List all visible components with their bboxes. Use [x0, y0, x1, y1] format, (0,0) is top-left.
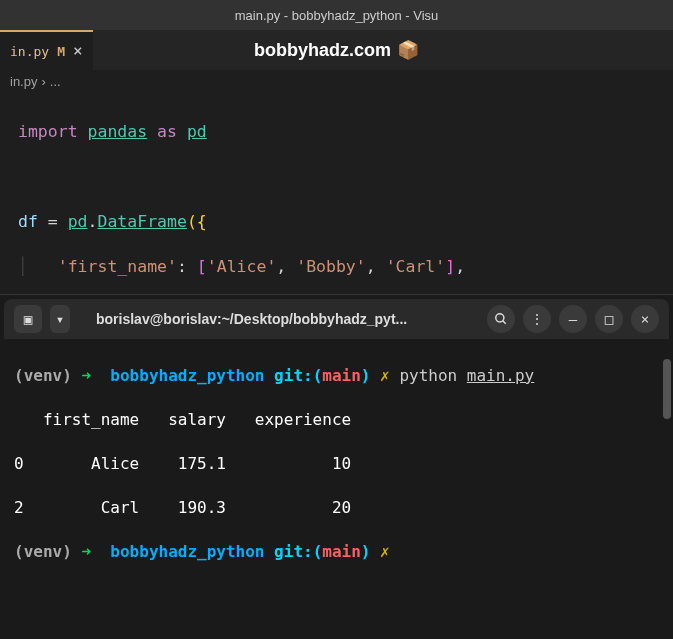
code-line	[18, 166, 661, 189]
terminal-panel: ▣ ▾ borislav@borislav:~/Desktop/bobbyhad…	[0, 294, 673, 639]
watermark: bobbyhadz.com 📦	[254, 39, 419, 61]
cube-icon: 📦	[397, 39, 419, 61]
terminal-body[interactable]: (venv) ➜ bobbyhadz_python git:(main) ✗ p…	[0, 339, 673, 639]
terminal-line: 2 Carl 190.3 20	[14, 497, 663, 519]
code-line: import pandas as pd	[18, 121, 661, 144]
svg-line-1	[503, 321, 506, 324]
menu-icon[interactable]: ⋮	[523, 305, 551, 333]
search-icon[interactable]	[487, 305, 515, 333]
breadcrumb[interactable]: in.py › ...	[0, 70, 673, 92]
chevron-down-icon[interactable]: ▾	[50, 305, 70, 333]
terminal-line: first_name salary experience	[14, 409, 663, 431]
new-tab-icon[interactable]: ▣	[14, 305, 42, 333]
tabs-row: in.py M × bobbyhadz.com 📦	[0, 30, 673, 70]
maximize-icon[interactable]: □	[595, 305, 623, 333]
minimize-icon[interactable]: –	[559, 305, 587, 333]
breadcrumb-file: in.py	[10, 74, 37, 89]
tab-filename: in.py	[10, 44, 49, 59]
close-terminal-icon[interactable]: ×	[631, 305, 659, 333]
close-icon[interactable]: ×	[73, 43, 83, 59]
terminal-line: (venv) ➜ bobbyhadz_python git:(main) ✗ p…	[14, 365, 663, 387]
window-title: main.py - bobbyhadz_python - Visu	[235, 8, 439, 23]
code-editor[interactable]: import pandas as pd df = pd.DataFrame({ …	[0, 92, 673, 294]
tab-modified-indicator: M	[57, 44, 65, 59]
chevron-right-icon: ›	[41, 74, 45, 89]
terminal-line: 0 Alice 175.1 10	[14, 453, 663, 475]
scrollbar[interactable]	[663, 359, 671, 419]
watermark-text: bobbyhadz.com	[254, 40, 391, 61]
terminal-header: ▣ ▾ borislav@borislav:~/Desktop/bobbyhad…	[4, 299, 669, 339]
breadcrumb-more: ...	[50, 74, 61, 89]
tab-main-py[interactable]: in.py M ×	[0, 30, 93, 70]
code-line: df = pd.DataFrame({	[18, 211, 661, 234]
terminal-title: borislav@borislav:~/Desktop/bobbyhadz_py…	[78, 311, 479, 327]
code-line: │ 'first_name': ['Alice', 'Bobby', 'Carl…	[18, 256, 661, 279]
terminal-line: (venv) ➜ bobbyhadz_python git:(main) ✗	[14, 541, 663, 563]
window-title-bar: main.py - bobbyhadz_python - Visu	[0, 0, 673, 30]
svg-point-0	[496, 314, 504, 322]
